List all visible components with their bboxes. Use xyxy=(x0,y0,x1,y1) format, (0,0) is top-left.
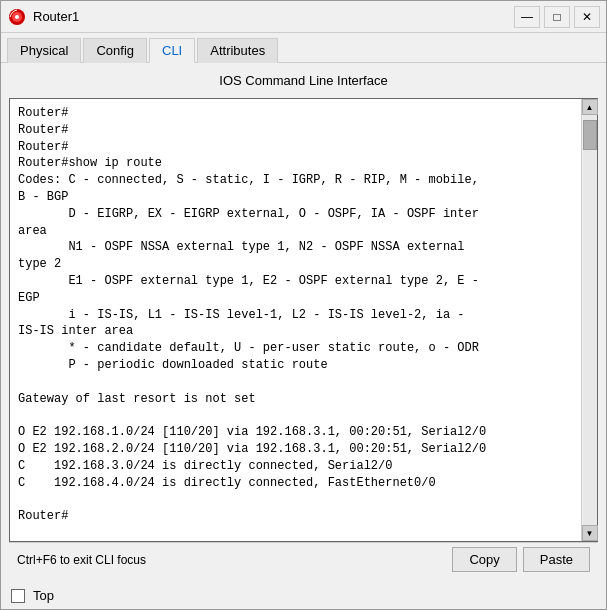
window-controls: — □ ✕ xyxy=(514,6,600,28)
scroll-track[interactable] xyxy=(583,115,597,525)
scroll-down-button[interactable]: ▼ xyxy=(582,525,598,541)
window-title: Router1 xyxy=(33,9,514,24)
tab-config[interactable]: Config xyxy=(83,38,147,63)
top-checkbox[interactable] xyxy=(11,589,25,603)
tab-cli[interactable]: CLI xyxy=(149,38,195,63)
tab-attributes[interactable]: Attributes xyxy=(197,38,278,63)
section-title: IOS Command Line Interface xyxy=(9,69,598,92)
maximize-button[interactable]: □ xyxy=(544,6,570,28)
tab-bar: Physical Config CLI Attributes xyxy=(1,33,606,63)
main-content: IOS Command Line Interface Router# Route… xyxy=(1,63,606,582)
main-window: Router1 — □ ✕ Physical Config CLI Attrib… xyxy=(0,0,607,610)
cli-output[interactable]: Router# Router# Router# Router#show ip r… xyxy=(10,99,581,541)
scroll-thumb[interactable] xyxy=(583,120,597,150)
top-label: Top xyxy=(33,588,54,603)
cli-area: Router# Router# Router# Router#show ip r… xyxy=(9,98,598,542)
tab-physical[interactable]: Physical xyxy=(7,38,81,63)
paste-button[interactable]: Paste xyxy=(523,547,590,572)
svg-point-2 xyxy=(15,15,19,19)
footer: Top xyxy=(1,582,606,609)
minimize-button[interactable]: — xyxy=(514,6,540,28)
app-icon xyxy=(7,7,27,27)
title-bar: Router1 — □ ✕ xyxy=(1,1,606,33)
scrollbar[interactable]: ▲ ▼ xyxy=(581,99,597,541)
bottom-bar: Ctrl+F6 to exit CLI focus Copy Paste xyxy=(9,542,598,576)
close-button[interactable]: ✕ xyxy=(574,6,600,28)
hint-text: Ctrl+F6 to exit CLI focus xyxy=(17,553,446,567)
copy-button[interactable]: Copy xyxy=(452,547,516,572)
scroll-up-button[interactable]: ▲ xyxy=(582,99,598,115)
